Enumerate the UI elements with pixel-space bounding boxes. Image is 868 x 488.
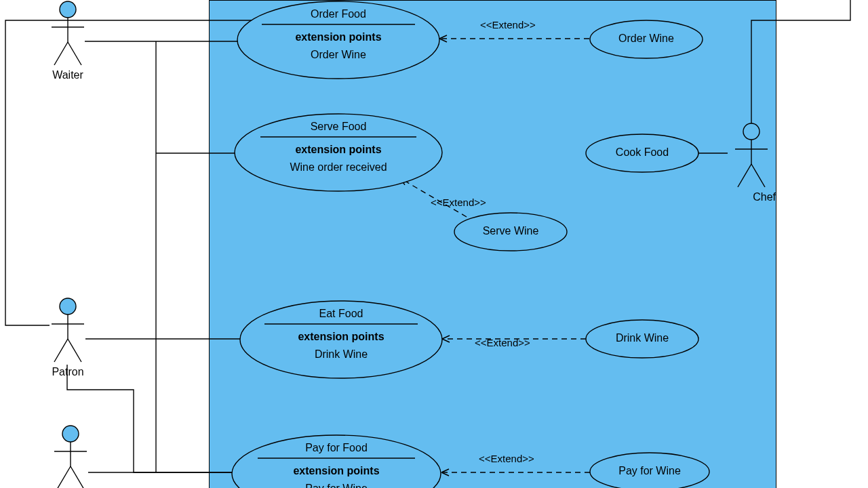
extend-label: <<Extend>> [431,197,486,208]
svg-line-29 [71,466,84,488]
usecase-title: Pay for Food [231,442,442,454]
extension-points-label: extension points [231,465,442,477]
svg-line-14 [68,42,81,65]
extension-point-name: Drink Wine [239,348,443,361]
extension-point-name: Order Wine [236,49,441,61]
usecase-title: Serve Food [233,121,443,133]
actor-patron[interactable]: Patron [49,297,87,378]
actor-cashier[interactable] [52,424,90,488]
usecase-serve-food[interactable]: Serve Food extension points Wine order r… [233,113,443,192]
usecase-order-wine[interactable]: Order Wine [589,19,704,60]
svg-point-15 [60,298,76,314]
extension-point-name: Wine order received [233,161,443,174]
actor-patron-label: Patron [49,366,87,378]
svg-line-28 [57,466,71,488]
extend-label: <<Extend>> [479,453,534,464]
extension-point-name: Pay for Wine [231,483,442,488]
usecase-title: Pay for Wine [589,465,711,477]
usecase-eat-food[interactable]: Eat Food extension points Drink Wine [239,300,443,380]
usecase-title: Order Food [236,8,441,20]
extend-label: <<Extend>> [480,19,536,30]
usecase-title: Order Wine [589,33,704,45]
usecase-serve-wine[interactable]: Serve Wine [453,211,568,252]
usecase-pay-for-wine[interactable]: Pay for Wine [589,451,711,488]
svg-line-23 [738,164,751,187]
extension-points-label: extension points [239,331,443,343]
svg-line-19 [68,339,81,362]
usecase-title: Serve Wine [453,225,568,237]
svg-line-24 [751,164,765,187]
usecase-title: Cook Food [585,146,700,159]
usecase-title: Drink Wine [585,332,700,344]
extension-points-label: extension points [236,31,441,43]
extension-points-label: extension points [233,144,443,156]
usecase-pay-for-food[interactable]: Pay for Food extension points Pay for Wi… [231,434,442,488]
svg-line-18 [54,339,68,362]
extend-label: <<Extend>> [475,337,530,348]
actor-waiter-label: Waiter [49,69,87,81]
usecase-title: Eat Food [239,308,443,320]
actor-waiter[interactable]: Waiter [49,0,87,81]
usecase-drink-wine[interactable]: Drink Wine [585,319,700,359]
svg-point-10 [60,1,76,18]
diagram-canvas: Order Food --> Serve Food (diagonal) -->… [0,0,868,488]
usecase-cook-food[interactable]: Cook Food [585,133,700,174]
svg-line-13 [54,42,68,65]
svg-point-25 [62,426,79,442]
usecase-order-food[interactable]: Order Food extension points Order Wine [236,0,441,80]
actor-chef[interactable]: Chef [727,122,776,203]
svg-point-20 [743,123,760,140]
actor-chef-label: Chef [727,191,776,203]
